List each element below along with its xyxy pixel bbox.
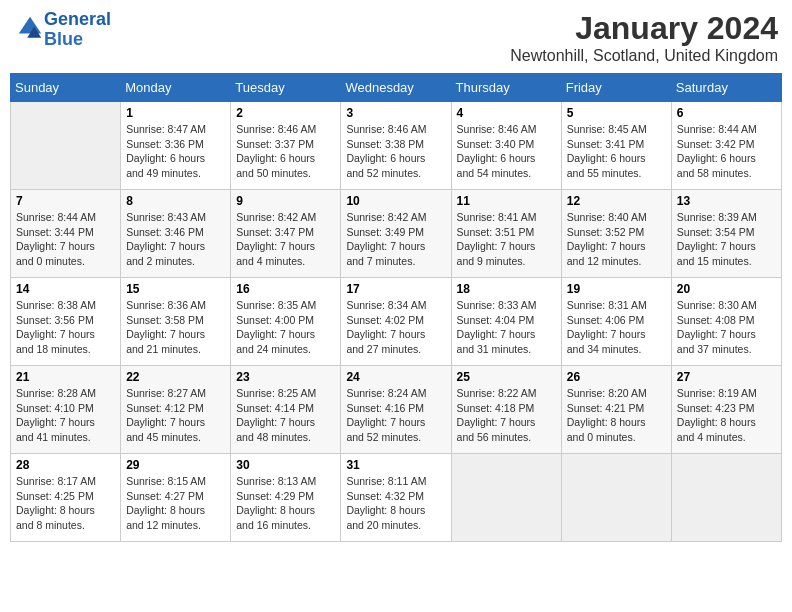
- calendar-week-5: 28Sunrise: 8:17 AMSunset: 4:25 PMDayligh…: [11, 454, 782, 542]
- calendar-cell: 28Sunrise: 8:17 AMSunset: 4:25 PMDayligh…: [11, 454, 121, 542]
- day-info: Sunrise: 8:34 AMSunset: 4:02 PMDaylight:…: [346, 298, 445, 357]
- day-header-monday: Monday: [121, 74, 231, 102]
- day-info: Sunrise: 8:11 AMSunset: 4:32 PMDaylight:…: [346, 474, 445, 533]
- day-number: 25: [457, 370, 556, 384]
- day-info: Sunrise: 8:40 AMSunset: 3:52 PMDaylight:…: [567, 210, 666, 269]
- day-header-friday: Friday: [561, 74, 671, 102]
- day-header-thursday: Thursday: [451, 74, 561, 102]
- calendar-cell: 26Sunrise: 8:20 AMSunset: 4:21 PMDayligh…: [561, 366, 671, 454]
- day-info: Sunrise: 8:35 AMSunset: 4:00 PMDaylight:…: [236, 298, 335, 357]
- day-header-sunday: Sunday: [11, 74, 121, 102]
- calendar-cell: 8Sunrise: 8:43 AMSunset: 3:46 PMDaylight…: [121, 190, 231, 278]
- logo-text: General Blue: [44, 10, 111, 50]
- day-number: 20: [677, 282, 776, 296]
- calendar-cell: 25Sunrise: 8:22 AMSunset: 4:18 PMDayligh…: [451, 366, 561, 454]
- day-number: 4: [457, 106, 556, 120]
- calendar-cell: 18Sunrise: 8:33 AMSunset: 4:04 PMDayligh…: [451, 278, 561, 366]
- calendar-cell: [561, 454, 671, 542]
- day-info: Sunrise: 8:39 AMSunset: 3:54 PMDaylight:…: [677, 210, 776, 269]
- day-number: 13: [677, 194, 776, 208]
- day-info: Sunrise: 8:17 AMSunset: 4:25 PMDaylight:…: [16, 474, 115, 533]
- day-number: 6: [677, 106, 776, 120]
- calendar-cell: [451, 454, 561, 542]
- day-number: 10: [346, 194, 445, 208]
- day-info: Sunrise: 8:19 AMSunset: 4:23 PMDaylight:…: [677, 386, 776, 445]
- title-block: January 2024 Newtonhill, Scotland, Unite…: [510, 10, 778, 65]
- calendar-cell: 31Sunrise: 8:11 AMSunset: 4:32 PMDayligh…: [341, 454, 451, 542]
- calendar-cell: 29Sunrise: 8:15 AMSunset: 4:27 PMDayligh…: [121, 454, 231, 542]
- calendar-cell: 24Sunrise: 8:24 AMSunset: 4:16 PMDayligh…: [341, 366, 451, 454]
- day-number: 26: [567, 370, 666, 384]
- day-header-wednesday: Wednesday: [341, 74, 451, 102]
- day-info: Sunrise: 8:27 AMSunset: 4:12 PMDaylight:…: [126, 386, 225, 445]
- calendar-cell: 10Sunrise: 8:42 AMSunset: 3:49 PMDayligh…: [341, 190, 451, 278]
- day-info: Sunrise: 8:31 AMSunset: 4:06 PMDaylight:…: [567, 298, 666, 357]
- day-info: Sunrise: 8:25 AMSunset: 4:14 PMDaylight:…: [236, 386, 335, 445]
- calendar-cell: 3Sunrise: 8:46 AMSunset: 3:38 PMDaylight…: [341, 102, 451, 190]
- month-title: January 2024: [510, 10, 778, 47]
- calendar-cell: [11, 102, 121, 190]
- day-number: 8: [126, 194, 225, 208]
- day-info: Sunrise: 8:46 AMSunset: 3:40 PMDaylight:…: [457, 122, 556, 181]
- day-number: 28: [16, 458, 115, 472]
- calendar-cell: 20Sunrise: 8:30 AMSunset: 4:08 PMDayligh…: [671, 278, 781, 366]
- day-number: 16: [236, 282, 335, 296]
- day-info: Sunrise: 8:47 AMSunset: 3:36 PMDaylight:…: [126, 122, 225, 181]
- day-number: 15: [126, 282, 225, 296]
- day-number: 22: [126, 370, 225, 384]
- calendar-cell: 1Sunrise: 8:47 AMSunset: 3:36 PMDaylight…: [121, 102, 231, 190]
- day-number: 29: [126, 458, 225, 472]
- day-number: 9: [236, 194, 335, 208]
- day-header-saturday: Saturday: [671, 74, 781, 102]
- calendar-cell: 13Sunrise: 8:39 AMSunset: 3:54 PMDayligh…: [671, 190, 781, 278]
- calendar-week-1: 1Sunrise: 8:47 AMSunset: 3:36 PMDaylight…: [11, 102, 782, 190]
- day-info: Sunrise: 8:38 AMSunset: 3:56 PMDaylight:…: [16, 298, 115, 357]
- calendar-cell: 27Sunrise: 8:19 AMSunset: 4:23 PMDayligh…: [671, 366, 781, 454]
- day-info: Sunrise: 8:28 AMSunset: 4:10 PMDaylight:…: [16, 386, 115, 445]
- day-info: Sunrise: 8:44 AMSunset: 3:44 PMDaylight:…: [16, 210, 115, 269]
- calendar-cell: 11Sunrise: 8:41 AMSunset: 3:51 PMDayligh…: [451, 190, 561, 278]
- day-info: Sunrise: 8:45 AMSunset: 3:41 PMDaylight:…: [567, 122, 666, 181]
- day-number: 18: [457, 282, 556, 296]
- day-headers-row: SundayMondayTuesdayWednesdayThursdayFrid…: [11, 74, 782, 102]
- day-number: 2: [236, 106, 335, 120]
- calendar-cell: 9Sunrise: 8:42 AMSunset: 3:47 PMDaylight…: [231, 190, 341, 278]
- day-number: 1: [126, 106, 225, 120]
- day-number: 11: [457, 194, 556, 208]
- calendar-cell: 14Sunrise: 8:38 AMSunset: 3:56 PMDayligh…: [11, 278, 121, 366]
- day-number: 14: [16, 282, 115, 296]
- day-info: Sunrise: 8:42 AMSunset: 3:47 PMDaylight:…: [236, 210, 335, 269]
- page-header: General Blue January 2024 Newtonhill, Sc…: [10, 10, 782, 65]
- calendar-cell: 30Sunrise: 8:13 AMSunset: 4:29 PMDayligh…: [231, 454, 341, 542]
- calendar-table: SundayMondayTuesdayWednesdayThursdayFrid…: [10, 73, 782, 542]
- day-number: 12: [567, 194, 666, 208]
- logo-icon: [16, 14, 44, 42]
- day-number: 3: [346, 106, 445, 120]
- location: Newtonhill, Scotland, United Kingdom: [510, 47, 778, 65]
- day-info: Sunrise: 8:36 AMSunset: 3:58 PMDaylight:…: [126, 298, 225, 357]
- calendar-cell: 21Sunrise: 8:28 AMSunset: 4:10 PMDayligh…: [11, 366, 121, 454]
- day-number: 17: [346, 282, 445, 296]
- day-number: 19: [567, 282, 666, 296]
- day-number: 24: [346, 370, 445, 384]
- day-header-tuesday: Tuesday: [231, 74, 341, 102]
- logo: General Blue: [14, 10, 111, 50]
- calendar-cell: 17Sunrise: 8:34 AMSunset: 4:02 PMDayligh…: [341, 278, 451, 366]
- calendar-week-3: 14Sunrise: 8:38 AMSunset: 3:56 PMDayligh…: [11, 278, 782, 366]
- day-number: 7: [16, 194, 115, 208]
- day-number: 5: [567, 106, 666, 120]
- calendar-cell: 19Sunrise: 8:31 AMSunset: 4:06 PMDayligh…: [561, 278, 671, 366]
- calendar-cell: [671, 454, 781, 542]
- calendar-cell: 5Sunrise: 8:45 AMSunset: 3:41 PMDaylight…: [561, 102, 671, 190]
- calendar-cell: 6Sunrise: 8:44 AMSunset: 3:42 PMDaylight…: [671, 102, 781, 190]
- day-number: 31: [346, 458, 445, 472]
- day-info: Sunrise: 8:33 AMSunset: 4:04 PMDaylight:…: [457, 298, 556, 357]
- day-info: Sunrise: 8:15 AMSunset: 4:27 PMDaylight:…: [126, 474, 225, 533]
- day-info: Sunrise: 8:44 AMSunset: 3:42 PMDaylight:…: [677, 122, 776, 181]
- calendar-cell: 12Sunrise: 8:40 AMSunset: 3:52 PMDayligh…: [561, 190, 671, 278]
- calendar-cell: 23Sunrise: 8:25 AMSunset: 4:14 PMDayligh…: [231, 366, 341, 454]
- calendar-cell: 22Sunrise: 8:27 AMSunset: 4:12 PMDayligh…: [121, 366, 231, 454]
- day-info: Sunrise: 8:41 AMSunset: 3:51 PMDaylight:…: [457, 210, 556, 269]
- day-info: Sunrise: 8:46 AMSunset: 3:38 PMDaylight:…: [346, 122, 445, 181]
- day-info: Sunrise: 8:46 AMSunset: 3:37 PMDaylight:…: [236, 122, 335, 181]
